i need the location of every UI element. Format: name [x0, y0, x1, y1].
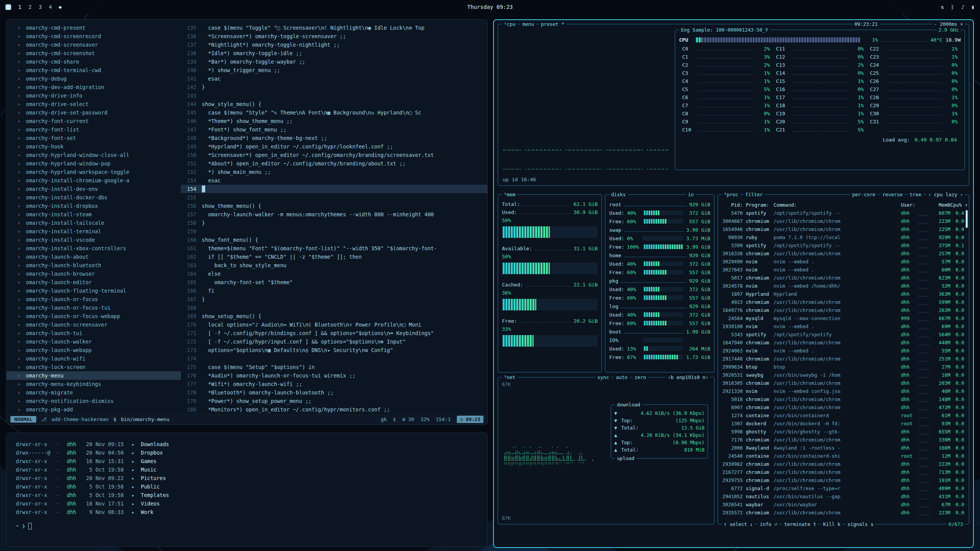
footer-action[interactable]: terminate t [782, 521, 818, 527]
code-line[interactable]: 169 show_setup_menu() { [181, 312, 487, 320]
code-line[interactable]: 147 *Font*) show_font_menu ;; [181, 125, 487, 134]
file-item[interactable]: ∗ omarchy-drive-info [7, 91, 181, 100]
header-cpu[interactable]: Cpu% ↑ [950, 201, 966, 209]
code-line[interactable]: 141 esac [181, 74, 487, 83]
file-item[interactable]: ∗ omarchy-launch-wifi [7, 354, 181, 363]
file-item[interactable]: ∗ omarchy-lock-screen [7, 363, 181, 371]
interface-selector[interactable]: ‹b enp191s0 n› [666, 374, 710, 381]
file-item[interactable]: ∗ omarchy-launch-about [7, 253, 181, 261]
file-item[interactable]: ∗ omarchy-hyprland-window-close-all [7, 151, 181, 159]
code-line[interactable]: 161 theme=$(menu "Font" "$(omarchy-font-… [181, 244, 487, 253]
code-line[interactable]: 135 case $(menu "Toggle" "▢ Screensaver\… [181, 24, 487, 32]
process-row[interactable]: 5017 chromium /usr/lib/chromium/chrom dh… [722, 274, 966, 282]
file-item[interactable]: ∗ omarchy-debug [7, 74, 181, 83]
process-row[interactable]: 2917448 chromium /usr/lib/chromium/chrom… [722, 355, 966, 363]
process-row[interactable]: 6772 signal-d /proc/self/exe --type=r dh… [722, 484, 966, 492]
header-memb[interactable]: MemB [933, 201, 950, 209]
file-item[interactable]: ∗ omarchy-launch-tui [7, 329, 181, 337]
bluetooth-icon[interactable]: ᛒ [951, 4, 954, 10]
code-line[interactable]: 152 *) show_main_menu ;; [181, 168, 487, 176]
filter-button[interactable]: filter [743, 191, 765, 198]
code-line[interactable]: 153 esac [181, 176, 487, 185]
code-line[interactable]: 138 *Idle*) omarchy-toggle-idle ;; [181, 49, 487, 57]
file-item[interactable]: ∗ omarchy-menu [7, 371, 181, 380]
process-row[interactable]: 24564 mysqld mysqld --max-connection 999… [722, 314, 966, 322]
file-item[interactable]: ∗ omarchy-install-terminal [7, 227, 181, 236]
code-line[interactable]: 168 [181, 303, 487, 312]
code-line[interactable]: 140 *) show_trigger_menu ;; [181, 66, 487, 74]
code-line[interactable]: 159 [181, 227, 487, 236]
file-item[interactable]: ∗ omarchy-launch-webapp [7, 346, 181, 354]
file-item[interactable]: ∗ omarchy-launch-or-focus [7, 295, 181, 303]
code-line[interactable]: 139 *Bar*) omarchy-toggle-waybar ;; [181, 57, 487, 66]
code-line[interactable]: 163 back_to show_style_menu [181, 261, 487, 270]
file-item[interactable]: ∗ omarchy-launch-editor [7, 278, 181, 286]
code-line[interactable]: 144 show_style_menu() { [181, 100, 487, 108]
process-row[interactable]: 2935572 chromium /usr/lib/chromium/chrom… [722, 509, 966, 517]
code-line[interactable]: 143 [181, 91, 487, 100]
file-item[interactable]: ∗ omarchy-menu-keybindings [7, 380, 181, 388]
code-line[interactable]: 173 options="$options\n▣ Defaults\n♁ DNS… [181, 346, 487, 354]
process-row[interactable]: 5343 spotify /opt/spotify/spotify dhh ⣀⣀… [722, 330, 966, 339]
code-line[interactable]: 160 show_font_menu() { [181, 236, 487, 244]
code-line[interactable]: 151 *About*) open_in_editor ~/.config/om… [181, 159, 487, 168]
process-row[interactable]: 2929755 chromium /usr/lib/chromium/chrom… [722, 476, 966, 484]
process-row[interactable]: 5018 chromium /usr/lib/chromium/chrom dh… [722, 395, 966, 403]
file-item[interactable]: ∗ omarchy-font-current [7, 117, 181, 125]
process-row[interactable]: 5470 spotify /opt/spotify/spotify -- dhh… [722, 209, 966, 217]
process-row[interactable]: 98930 ruby puma 7.1.0 (tcp://local dhh ⣀… [722, 233, 966, 241]
header-command[interactable]: Command: [774, 201, 901, 209]
code-line[interactable]: 158 } [181, 219, 487, 227]
code-line[interactable]: 155 [181, 193, 487, 202]
tree-toggle[interactable]: tree [908, 191, 923, 198]
process-row[interactable]: 3016305 chromium /usr/lib/chromium/chrom… [722, 379, 966, 387]
shell-prompt[interactable]: ~ ❯ [16, 522, 478, 530]
file-item[interactable]: ∗ omarchy-launch-browser [7, 270, 181, 278]
process-row[interactable]: 2167277 chromium /usr/lib/chromium/chrom… [722, 468, 966, 476]
code-line[interactable]: 164 else [181, 270, 487, 278]
process-row[interactable]: 1654946 chromium /usr/lib/chromium/chrom… [722, 225, 966, 233]
code-line[interactable]: 148 *Background*) omarchy-theme-bg-next … [181, 134, 487, 142]
per-core-toggle[interactable]: per-core [850, 191, 877, 198]
code-line[interactable]: 167 } [181, 295, 487, 303]
process-row[interactable]: 1647940 chromium /usr/lib/chromium/chrom… [722, 339, 966, 347]
menu-button[interactable]: menu [520, 21, 536, 27]
code-line[interactable]: 154 } [181, 185, 487, 193]
file-item[interactable]: ∗ omarchy-font-set [7, 134, 181, 142]
file-item[interactable]: ∗ omarchy-hook [7, 142, 181, 151]
process-row[interactable]: 3004667 chromium /usr/lib/chromium/chrom… [722, 217, 966, 225]
process-row[interactable]: 2999634 btop btop dhh ⣀⣀⣀⡀ 27M 0.0 [722, 363, 966, 371]
process-row[interactable]: 1930108 nvim nvim --embed . dhh ⣀⣀⣀⡀ 69M… [722, 322, 966, 330]
code-line[interactable]: 162 if [[ "$theme" == "CNCLD" || -z "$th… [181, 253, 487, 261]
code-line[interactable]: 145 case $(menu "Style" "✎ Theme\nA Font… [181, 108, 487, 117]
code-line[interactable]: 176 *Audio*) omarchy-launch-or-focus-tui… [181, 371, 487, 380]
file-item[interactable]: ∗ omarchy-cmd-screenshot [7, 49, 181, 57]
file-item[interactable]: ∗ omarchy-drive-set-password [7, 108, 181, 117]
process-row[interactable]: 3026531 swaybg /usr/bin/swaybg -i /hom d… [722, 371, 966, 379]
sync-tab[interactable]: sync [595, 374, 611, 381]
file-item[interactable]: ∗ omarchy-launch-screensaver [7, 320, 181, 329]
code-line[interactable]: 179 *Power*) show_setup_power_menu ;; [181, 397, 487, 405]
file-item[interactable]: ∗ omarchy-install-dev-env [7, 185, 181, 193]
code-area[interactable]: 135 case $(menu "Toggle" "▢ Screensaver\… [181, 24, 487, 414]
file-item[interactable]: ∗ omarchy-cmd-present [7, 24, 181, 32]
process-row[interactable]: 5399 spotify /opt/spotify/spotify -- dhh… [722, 241, 966, 249]
file-item[interactable]: ∗ omarchy-install-xbox-controllers [7, 244, 181, 253]
volume-icon[interactable]: ♪ [961, 4, 964, 10]
reverse-toggle[interactable]: reverse [880, 191, 905, 198]
header-pid[interactable]: Pid: [722, 201, 746, 209]
file-item[interactable]: ∗ omarchy-launch-walker [7, 337, 181, 346]
process-row[interactable]: 3026541 waybar /usr/bin/waybar dhh ⣀⣀⣀⡀ … [722, 500, 966, 509]
code-line[interactable]: 180 *Monitors*) open_in_editor ~/.config… [181, 405, 487, 414]
footer-action[interactable]: Kill k [821, 521, 842, 527]
network-icon[interactable]: ⇅ [941, 4, 944, 10]
process-row[interactable]: 6907 chromium /usr/lib/chromium/chrom dh… [722, 403, 966, 411]
code-line[interactable]: 137 *Nightlight*) omarchy-toggle-nightli… [181, 40, 487, 49]
code-line[interactable]: 136 *Screensaver*) omarchy-toggle-screen… [181, 32, 487, 40]
process-row[interactable]: 3027643 nvim nvim --embed . dhh ⣀⣀⣀⡀ 60M… [722, 266, 966, 274]
process-row[interactable]: 1897 Hyprland Hyprland dhh ⣀⣀⣀⡀ 363M 0.0 [722, 290, 966, 298]
file-item[interactable]: ∗ omarchy-hyprland-window-pop [7, 159, 181, 168]
file-item[interactable]: ∗ omarchy-hyprland-workspace-toggle [7, 168, 181, 176]
sort-mode-selector[interactable]: ‹ cpu lazy › [926, 191, 965, 198]
code-line[interactable]: 175 case $(menu "Setup" "$options") in [181, 363, 487, 371]
